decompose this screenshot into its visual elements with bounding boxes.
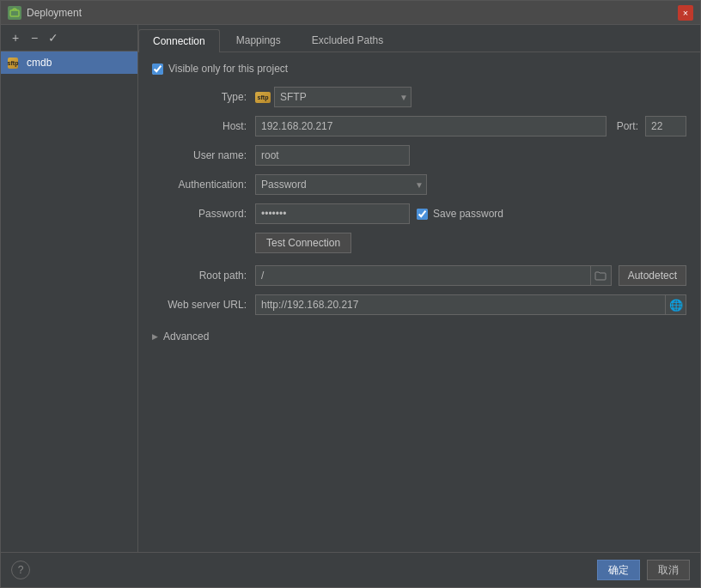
- apply-button[interactable]: ✓: [44, 28, 63, 47]
- web-server-input[interactable]: [255, 294, 666, 315]
- host-label: Host:: [152, 120, 255, 132]
- auth-select-wrapper: Password Key pair (OpenSSH or PuTTY) Ope…: [255, 174, 427, 195]
- web-server-row: Web server URL: 🌐: [152, 294, 686, 315]
- deployment-window: Deployment × + − ✓ sftp cmdb Connection: [0, 0, 701, 588]
- visible-only-row: Visible only for this project: [152, 63, 686, 75]
- save-password-checkbox[interactable]: [417, 209, 428, 220]
- auth-row: Authentication: Password Key pair (OpenS…: [152, 174, 686, 195]
- close-button[interactable]: ×: [678, 5, 693, 21]
- tabs: Connection Mappings Excluded Paths: [138, 25, 700, 52]
- advanced-row[interactable]: ▶ Advanced: [152, 327, 686, 346]
- sidebar: + − ✓ sftp cmdb: [1, 25, 138, 552]
- autodetect-button[interactable]: Autodetect: [619, 265, 686, 286]
- save-password-row: Save password: [417, 208, 503, 220]
- port-input[interactable]: [645, 116, 686, 136]
- type-row: Type: sftp SFTP FTP Local or mounted fol…: [152, 87, 686, 107]
- username-input[interactable]: [255, 145, 410, 166]
- confirm-button[interactable]: 确定: [597, 560, 640, 580]
- help-button[interactable]: ?: [11, 561, 30, 579]
- web-icon-button[interactable]: 🌐: [666, 294, 686, 315]
- host-input[interactable]: [255, 116, 607, 136]
- save-password-label[interactable]: Save password: [433, 208, 503, 220]
- auth-select[interactable]: Password Key pair (OpenSSH or PuTTY) Ope…: [255, 174, 427, 195]
- tab-excluded-paths[interactable]: Excluded Paths: [297, 28, 398, 52]
- password-input[interactable]: [255, 203, 410, 224]
- root-path-row: Root path: Autodetect: [152, 265, 686, 286]
- type-sftp-badge: sftp: [255, 92, 271, 103]
- port-label: Port:: [617, 120, 638, 132]
- globe-icon: 🌐: [669, 299, 683, 312]
- visible-only-checkbox[interactable]: [152, 64, 163, 75]
- username-label: User name:: [152, 149, 255, 161]
- type-label: Type:: [152, 91, 255, 103]
- sftp-icon: sftp: [8, 56, 21, 70]
- password-row: Password: Save password: [152, 203, 686, 224]
- folder-icon: [594, 270, 607, 281]
- footer-buttons: 确定 取消: [597, 560, 690, 580]
- window-icon: [8, 6, 21, 20]
- svg-rect-0: [10, 10, 19, 16]
- username-row: User name:: [152, 145, 686, 166]
- title-bar: Deployment ×: [1, 1, 700, 25]
- root-path-input[interactable]: [255, 265, 591, 286]
- test-connection-button[interactable]: Test Connection: [255, 233, 351, 253]
- type-select-container: sftp SFTP FTP Local or mounted folder ▼: [255, 87, 411, 107]
- type-select[interactable]: SFTP FTP Local or mounted folder: [274, 87, 411, 107]
- root-path-label: Root path:: [152, 270, 255, 282]
- password-label: Password:: [152, 208, 255, 220]
- type-select-wrapper: SFTP FTP Local or mounted folder ▼: [274, 87, 411, 107]
- test-connection-row: Test Connection: [255, 233, 686, 253]
- visible-only-label[interactable]: Visible only for this project: [168, 63, 288, 75]
- sidebar-toolbar: + − ✓: [1, 25, 137, 52]
- folder-browse-button[interactable]: [591, 265, 612, 286]
- window-title: Deployment: [27, 7, 678, 19]
- advanced-triangle-icon: ▶: [152, 332, 158, 341]
- web-server-label: Web server URL:: [152, 299, 255, 311]
- main-panel: Connection Mappings Excluded Paths Visib…: [138, 25, 700, 552]
- content-area: + − ✓ sftp cmdb Connection Mappings: [1, 25, 700, 552]
- auth-label: Authentication:: [152, 179, 255, 191]
- form-area: Visible only for this project Type: sftp…: [138, 52, 700, 552]
- host-port-row: Host: Port:: [152, 116, 686, 136]
- tab-connection[interactable]: Connection: [138, 29, 220, 52]
- tab-mappings[interactable]: Mappings: [222, 28, 296, 52]
- footer: ? 确定 取消: [1, 552, 700, 587]
- sidebar-item-label: cmdb: [27, 57, 52, 69]
- cancel-button[interactable]: 取消: [647, 560, 690, 580]
- add-button[interactable]: +: [6, 28, 25, 47]
- advanced-label: Advanced: [163, 330, 209, 342]
- remove-button[interactable]: −: [25, 28, 44, 47]
- sidebar-item-cmdb[interactable]: sftp cmdb: [1, 52, 137, 74]
- help-icon: ?: [18, 564, 24, 576]
